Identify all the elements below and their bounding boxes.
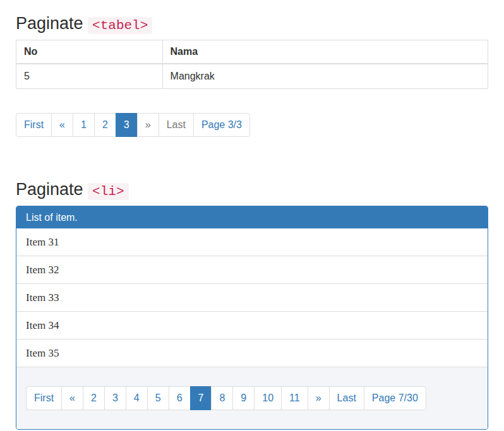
list-item: Item 34 (16, 312, 488, 339)
pagination-label: 10 (254, 386, 282, 410)
section-list-heading: Paginate <li> (16, 180, 488, 199)
pagination-label: 7 (190, 386, 212, 410)
section-table-heading: Paginate <tabel> (16, 14, 488, 33)
panel-footer: First«234567891011»LastPage 7/30 (16, 367, 488, 429)
list-item: Item 35 (16, 339, 488, 367)
pagination-item-prev[interactable]: « (52, 113, 73, 137)
pagination-label: 5 (147, 386, 169, 410)
heading-text: Paginate (16, 180, 83, 199)
table-row: 5Mangkrak (16, 64, 488, 89)
pagination-item-page-7[interactable]: 7 (191, 386, 212, 410)
pagination-label: First (16, 113, 52, 137)
table-pagination-nav: First«123»LastPage 3/3 (16, 100, 488, 150)
pagination-item-page-10[interactable]: 10 (255, 386, 282, 410)
pagination-item-first[interactable]: First (16, 113, 52, 137)
pagination-label: 11 (281, 386, 308, 410)
pagination-item-page-info: Page 7/30 (364, 386, 426, 410)
pagination-item-page-8[interactable]: 8 (212, 386, 233, 410)
pagination-item-page-3[interactable]: 3 (116, 113, 138, 137)
heading-code-tag: <tabel> (88, 17, 152, 34)
table-header-row: NoNama (16, 40, 488, 64)
pagination-item-page-2[interactable]: 2 (83, 386, 105, 410)
pagination-item-next: » (138, 113, 159, 137)
table-pagination: First«123»LastPage 3/3 (16, 113, 250, 137)
pagination-item-page-1[interactable]: 1 (73, 113, 95, 137)
page-container: Paginate <tabel> NoNama 5Mangkrak First«… (0, 0, 504, 430)
pagination-label: 2 (83, 386, 105, 410)
pagination-label: 6 (169, 386, 191, 410)
table-column-header: Nama (162, 40, 488, 64)
pagination-item-last: Last (159, 113, 194, 137)
table-cell: Mangkrak (162, 64, 488, 89)
item-list: Item 31Item 32Item 33Item 34Item 35 (16, 228, 488, 367)
table-body: 5Mangkrak (16, 64, 488, 89)
data-table: NoNama 5Mangkrak (16, 40, 488, 89)
pagination-item-page-3[interactable]: 3 (105, 386, 126, 410)
heading-text: Paginate (16, 14, 83, 33)
pagination-label: Page 3/3 (193, 113, 250, 137)
pagination-label: » (308, 386, 330, 410)
pagination-item-prev[interactable]: « (62, 386, 83, 410)
pagination-label: « (51, 113, 73, 137)
list-pagination-nav: First«234567891011»LastPage 7/30 (26, 374, 478, 422)
pagination-label: Page 7/30 (364, 386, 426, 410)
list-item: Item 33 (16, 284, 488, 312)
pagination-item-last[interactable]: Last (330, 386, 364, 410)
pagination-item-page-6[interactable]: 6 (169, 386, 191, 410)
panel-title: List of item. (16, 206, 488, 228)
pagination-label: 4 (126, 386, 148, 410)
pagination-item-page-4[interactable]: 4 (126, 386, 148, 410)
pagination-item-page-11[interactable]: 11 (282, 386, 308, 410)
pagination-label: « (61, 386, 83, 410)
pagination-item-page-info: Page 3/3 (194, 113, 250, 137)
pagination-label: 1 (73, 113, 95, 137)
pagination-label: 2 (94, 113, 116, 137)
list-item: Item 31 (16, 228, 488, 256)
pagination-label: Last (329, 386, 364, 410)
pagination-label: Last (159, 113, 194, 137)
list-panel: List of item. Item 31Item 32Item 33Item … (16, 206, 488, 430)
pagination-label: First (26, 386, 62, 410)
pagination-label: 8 (211, 386, 233, 410)
pagination-item-next[interactable]: » (308, 386, 330, 410)
list-pagination: First«234567891011»LastPage 7/30 (26, 386, 426, 410)
pagination-item-page-5[interactable]: 5 (148, 386, 169, 410)
pagination-item-page-2[interactable]: 2 (95, 113, 116, 137)
pagination-label: 9 (232, 386, 255, 410)
table-column-header: No (16, 40, 163, 64)
pagination-label: 3 (116, 113, 138, 137)
pagination-label: » (137, 113, 159, 137)
table-head: NoNama (16, 40, 488, 64)
pagination-label: 3 (104, 386, 126, 410)
pagination-item-first[interactable]: First (26, 386, 62, 410)
heading-code-tag: <li> (88, 183, 128, 200)
table-cell: 5 (16, 64, 163, 89)
pagination-item-page-9[interactable]: 9 (233, 386, 255, 410)
list-item: Item 32 (16, 256, 488, 284)
